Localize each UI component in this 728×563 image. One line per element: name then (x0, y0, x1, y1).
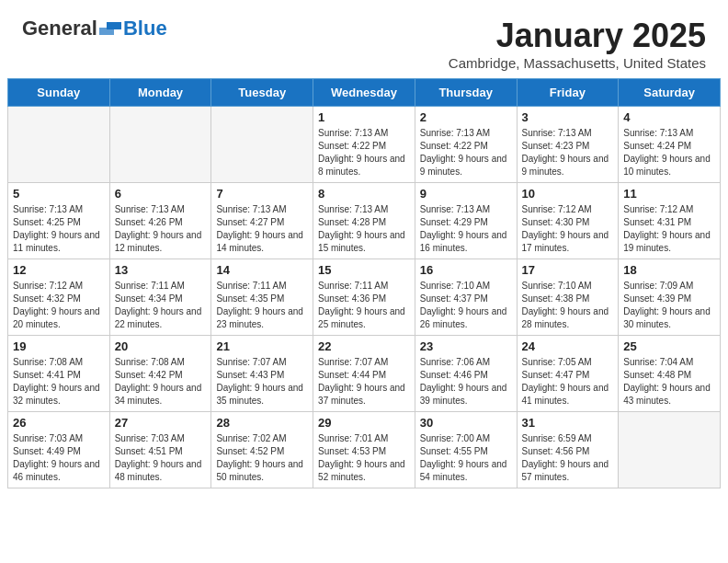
day-detail: Sunrise: 7:07 AMSunset: 4:43 PMDaylight:… (216, 356, 308, 408)
day-detail: Sunrise: 7:12 AMSunset: 4:30 PMDaylight:… (522, 203, 614, 255)
calendar-cell: 10Sunrise: 7:12 AMSunset: 4:30 PMDayligh… (517, 183, 619, 259)
svg-marker-1 (99, 28, 114, 35)
day-number: 20 (115, 339, 207, 353)
day-detail: Sunrise: 7:10 AMSunset: 4:37 PMDaylight:… (420, 280, 512, 331)
day-detail: Sunrise: 7:08 AMSunset: 4:42 PMDaylight:… (115, 356, 207, 408)
day-number: 1 (318, 110, 410, 124)
day-number: 31 (522, 416, 614, 430)
logo-blue-text: Blue (123, 17, 167, 40)
day-number: 14 (216, 263, 308, 277)
calendar-cell: 29Sunrise: 7:01 AMSunset: 4:53 PMDayligh… (313, 412, 415, 488)
calendar-week-2: 5Sunrise: 7:13 AMSunset: 4:25 PMDaylight… (8, 183, 721, 259)
day-number: 10 (522, 187, 614, 201)
day-detail: Sunrise: 7:07 AMSunset: 4:44 PMDaylight:… (318, 356, 410, 408)
day-detail: Sunrise: 7:09 AMSunset: 4:39 PMDaylight:… (623, 280, 715, 331)
day-number: 19 (13, 339, 105, 353)
weekday-header-thursday: Thursday (415, 79, 517, 107)
day-number: 15 (318, 263, 410, 277)
calendar-wrapper: SundayMondayTuesdayWednesdayThursdayFrid… (0, 78, 728, 496)
calendar-cell: 15Sunrise: 7:11 AMSunset: 4:36 PMDayligh… (313, 259, 415, 336)
page-header: General Blue January 2025 Cambridge, Mas… (0, 0, 728, 78)
day-detail: Sunrise: 7:02 AMSunset: 4:52 PMDaylight:… (216, 432, 308, 484)
calendar-week-1: 1Sunrise: 7:13 AMSunset: 4:22 PMDaylight… (8, 107, 721, 183)
calendar-cell: 24Sunrise: 7:05 AMSunset: 4:47 PMDayligh… (517, 336, 619, 412)
calendar-cell: 31Sunrise: 6:59 AMSunset: 4:56 PMDayligh… (517, 412, 619, 488)
day-detail: Sunrise: 7:08 AMSunset: 4:41 PMDaylight:… (13, 356, 105, 408)
day-detail: Sunrise: 7:13 AMSunset: 4:22 PMDaylight:… (318, 127, 410, 178)
day-number: 16 (420, 263, 512, 277)
day-number: 3 (522, 110, 614, 124)
day-detail: Sunrise: 7:10 AMSunset: 4:38 PMDaylight:… (522, 280, 614, 331)
calendar-cell (8, 107, 110, 183)
day-detail: Sunrise: 7:13 AMSunset: 4:28 PMDaylight:… (318, 203, 410, 255)
day-number: 21 (216, 339, 308, 353)
calendar-cell: 7Sunrise: 7:13 AMSunset: 4:27 PMDaylight… (211, 183, 313, 259)
day-number: 26 (13, 416, 105, 430)
logo-icon (99, 20, 121, 37)
calendar-cell: 12Sunrise: 7:12 AMSunset: 4:32 PMDayligh… (8, 259, 110, 336)
day-number: 2 (420, 110, 512, 124)
day-detail: Sunrise: 7:13 AMSunset: 4:26 PMDaylight:… (115, 203, 207, 255)
day-detail: Sunrise: 7:11 AMSunset: 4:35 PMDaylight:… (216, 280, 308, 331)
calendar-cell: 30Sunrise: 7:00 AMSunset: 4:55 PMDayligh… (415, 412, 517, 488)
day-detail: Sunrise: 7:12 AMSunset: 4:31 PMDaylight:… (623, 203, 715, 255)
calendar-cell: 11Sunrise: 7:12 AMSunset: 4:31 PMDayligh… (619, 183, 721, 259)
calendar-cell: 9Sunrise: 7:13 AMSunset: 4:29 PMDaylight… (415, 183, 517, 259)
calendar-cell: 2Sunrise: 7:13 AMSunset: 4:22 PMDaylight… (415, 107, 517, 183)
day-number: 25 (623, 339, 715, 353)
calendar-week-3: 12Sunrise: 7:12 AMSunset: 4:32 PMDayligh… (8, 259, 721, 336)
day-number: 8 (318, 187, 410, 201)
calendar-cell: 27Sunrise: 7:03 AMSunset: 4:51 PMDayligh… (109, 412, 211, 488)
day-number: 17 (522, 263, 614, 277)
day-detail: Sunrise: 7:06 AMSunset: 4:46 PMDaylight:… (420, 356, 512, 408)
weekday-header-friday: Friday (517, 79, 619, 107)
day-number: 5 (13, 187, 105, 201)
day-number: 27 (115, 416, 207, 430)
weekday-header-tuesday: Tuesday (211, 79, 313, 107)
calendar-cell: 20Sunrise: 7:08 AMSunset: 4:42 PMDayligh… (109, 336, 211, 412)
calendar-cell: 5Sunrise: 7:13 AMSunset: 4:25 PMDaylight… (8, 183, 110, 259)
calendar-week-5: 26Sunrise: 7:03 AMSunset: 4:49 PMDayligh… (8, 412, 721, 488)
day-detail: Sunrise: 7:13 AMSunset: 4:22 PMDaylight:… (420, 127, 512, 178)
calendar-cell: 19Sunrise: 7:08 AMSunset: 4:41 PMDayligh… (8, 336, 110, 412)
day-number: 29 (318, 416, 410, 430)
calendar-cell: 3Sunrise: 7:13 AMSunset: 4:23 PMDaylight… (517, 107, 619, 183)
day-number: 7 (216, 187, 308, 201)
calendar-cell: 21Sunrise: 7:07 AMSunset: 4:43 PMDayligh… (211, 336, 313, 412)
day-detail: Sunrise: 7:11 AMSunset: 4:36 PMDaylight:… (318, 280, 410, 331)
calendar-subtitle: Cambridge, Massachusetts, United States (449, 55, 706, 71)
day-detail: Sunrise: 7:05 AMSunset: 4:47 PMDaylight:… (522, 356, 614, 408)
logo-general-text: General (22, 17, 97, 40)
calendar-cell: 22Sunrise: 7:07 AMSunset: 4:44 PMDayligh… (313, 336, 415, 412)
day-detail: Sunrise: 7:13 AMSunset: 4:24 PMDaylight:… (623, 127, 715, 178)
weekday-header-wednesday: Wednesday (313, 79, 415, 107)
title-block: January 2025 Cambridge, Massachusetts, U… (449, 17, 706, 71)
day-number: 24 (522, 339, 614, 353)
calendar-cell: 18Sunrise: 7:09 AMSunset: 4:39 PMDayligh… (619, 259, 721, 336)
day-number: 28 (216, 416, 308, 430)
day-detail: Sunrise: 7:13 AMSunset: 4:29 PMDaylight:… (420, 203, 512, 255)
day-number: 6 (115, 187, 207, 201)
day-number: 11 (623, 187, 715, 201)
day-detail: Sunrise: 7:04 AMSunset: 4:48 PMDaylight:… (623, 356, 715, 408)
calendar-cell: 4Sunrise: 7:13 AMSunset: 4:24 PMDaylight… (619, 107, 721, 183)
day-number: 22 (318, 339, 410, 353)
day-detail: Sunrise: 7:13 AMSunset: 4:27 PMDaylight:… (216, 203, 308, 255)
calendar-cell (619, 412, 721, 488)
day-number: 30 (420, 416, 512, 430)
day-detail: Sunrise: 7:01 AMSunset: 4:53 PMDaylight:… (318, 432, 410, 484)
calendar-cell: 25Sunrise: 7:04 AMSunset: 4:48 PMDayligh… (619, 336, 721, 412)
calendar-cell: 26Sunrise: 7:03 AMSunset: 4:49 PMDayligh… (8, 412, 110, 488)
calendar-cell: 6Sunrise: 7:13 AMSunset: 4:26 PMDaylight… (109, 183, 211, 259)
calendar-cell: 28Sunrise: 7:02 AMSunset: 4:52 PMDayligh… (211, 412, 313, 488)
calendar-cell: 8Sunrise: 7:13 AMSunset: 4:28 PMDaylight… (313, 183, 415, 259)
weekday-header-saturday: Saturday (619, 79, 721, 107)
logo: General Blue (22, 17, 167, 40)
day-number: 12 (13, 263, 105, 277)
calendar-week-4: 19Sunrise: 7:08 AMSunset: 4:41 PMDayligh… (8, 336, 721, 412)
weekday-header-monday: Monday (109, 79, 211, 107)
calendar-cell: 13Sunrise: 7:11 AMSunset: 4:34 PMDayligh… (109, 259, 211, 336)
day-detail: Sunrise: 7:00 AMSunset: 4:55 PMDaylight:… (420, 432, 512, 484)
day-detail: Sunrise: 6:59 AMSunset: 4:56 PMDaylight:… (522, 432, 614, 484)
day-detail: Sunrise: 7:13 AMSunset: 4:25 PMDaylight:… (13, 203, 105, 255)
